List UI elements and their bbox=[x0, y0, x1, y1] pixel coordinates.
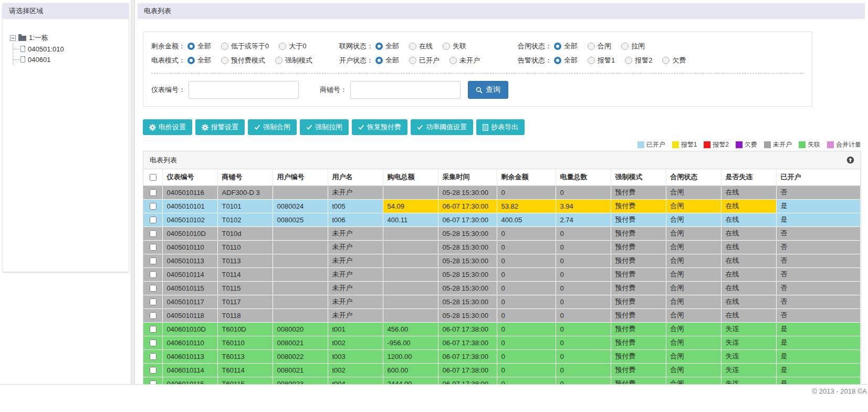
minus-box-icon[interactable] bbox=[10, 35, 16, 41]
radio-label: 拉闸 bbox=[631, 42, 645, 51]
radio-icon[interactable] bbox=[554, 57, 561, 64]
radio-icon[interactable] bbox=[279, 43, 286, 50]
table-cell: 未开户 bbox=[328, 308, 383, 322]
collapse-up-icon[interactable] bbox=[846, 156, 854, 164]
row-checkbox[interactable] bbox=[150, 217, 156, 223]
radio-option-在线[interactable]: 在线 bbox=[409, 42, 433, 51]
table-cell bbox=[383, 254, 438, 267]
radio-icon[interactable] bbox=[375, 43, 383, 50]
table-cell: 预付费 bbox=[611, 226, 666, 240]
table-cell: 是 bbox=[776, 199, 861, 213]
action-button-抄表导出[interactable]: 抄表导出 bbox=[476, 119, 525, 135]
table-cell: 失连 bbox=[721, 363, 776, 377]
table-panel-header: 电表列表 bbox=[143, 151, 861, 169]
action-button-label: 抄表导出 bbox=[491, 122, 518, 132]
meter-table-panel: 电表列表 仪表编号商铺号用户编号用户名购电总额采集时间剩余金额电量总数强 bbox=[143, 151, 861, 386]
legend-item-报警2: 报警2 bbox=[704, 140, 729, 149]
search-button[interactable]: 查询 bbox=[468, 81, 508, 99]
radio-option-全部[interactable]: 全部 bbox=[554, 42, 578, 51]
row-checkbox[interactable] bbox=[150, 367, 156, 374]
radio-icon[interactable] bbox=[588, 57, 595, 64]
table-cell: T0102 bbox=[217, 213, 273, 226]
row-checkbox[interactable] bbox=[150, 189, 156, 196]
action-button-强制拉闸[interactable]: 强制拉闸 bbox=[300, 119, 349, 135]
filter-group: 开户状态：全部已开户未开户 bbox=[339, 56, 518, 65]
radio-option-未开户[interactable]: 未开户 bbox=[449, 56, 480, 65]
row-checkbox[interactable] bbox=[150, 244, 156, 251]
radio-icon[interactable] bbox=[625, 57, 632, 64]
radio-icon[interactable] bbox=[409, 57, 416, 64]
row-checkbox[interactable] bbox=[150, 271, 156, 278]
radio-option-全部[interactable]: 全部 bbox=[187, 42, 211, 51]
meter-no-input[interactable] bbox=[189, 81, 299, 99]
radio-option-报警2[interactable]: 报警2 bbox=[625, 56, 652, 65]
radio-option-全部[interactable]: 全部 bbox=[375, 42, 399, 51]
radio-icon[interactable] bbox=[221, 57, 228, 64]
radio-icon[interactable] bbox=[409, 43, 416, 50]
table-cell: 0 bbox=[497, 226, 556, 240]
table-cell: T60113 bbox=[217, 349, 273, 363]
action-button-电价设置[interactable]: 电价设置 bbox=[143, 119, 192, 135]
tree-node-root[interactable]: 1:一栋 bbox=[10, 33, 124, 43]
filter-row: 电表模式：全部预付费模式强制模式开户状态：全部已开户未开户告警状态：全部报警1报… bbox=[151, 53, 804, 67]
table-cell: 0 bbox=[497, 336, 556, 349]
row-checkbox[interactable] bbox=[150, 353, 156, 360]
radio-option-欠费[interactable]: 欠费 bbox=[662, 56, 686, 65]
radio-option-大于0[interactable]: 大于0 bbox=[279, 42, 306, 51]
radio-icon[interactable] bbox=[187, 43, 195, 50]
radio-option-报警1[interactable]: 报警1 bbox=[588, 56, 615, 65]
radio-label: 全部 bbox=[564, 56, 578, 65]
filter-radio-rows: 剩余金额：全部低于或等于0大于0联网状态：全部在线失联合闸状态：全部合闸拉闸电表… bbox=[151, 39, 804, 67]
radio-icon[interactable] bbox=[621, 43, 629, 50]
radio-icon[interactable] bbox=[443, 43, 450, 50]
row-checkbox[interactable] bbox=[150, 298, 156, 305]
gear-icon bbox=[202, 124, 208, 131]
legend-swatch bbox=[672, 141, 679, 148]
row-checkbox[interactable] bbox=[150, 258, 156, 264]
row-checkbox[interactable] bbox=[150, 285, 156, 292]
action-button-报警设置[interactable]: 报警设置 bbox=[195, 119, 245, 135]
radio-icon[interactable] bbox=[221, 43, 228, 50]
radio-icon[interactable] bbox=[588, 43, 595, 50]
row-checkbox[interactable] bbox=[150, 203, 156, 210]
radio-option-失联[interactable]: 失联 bbox=[443, 42, 466, 51]
radio-icon[interactable] bbox=[554, 43, 561, 50]
table-cell: t002 bbox=[328, 336, 383, 349]
radio-option-预付费模式[interactable]: 预付费模式 bbox=[221, 56, 265, 65]
radio-option-拉闸[interactable]: 拉闸 bbox=[621, 42, 645, 51]
filter-group: 合闸状态：全部合闸拉闸 bbox=[518, 42, 804, 51]
action-button-功率阈值设置[interactable]: 功率阈值设置 bbox=[411, 119, 473, 135]
tree-node-040501:010[interactable]: 040501:010 bbox=[13, 44, 124, 54]
tree-root-label[interactable]: 1:一栋 bbox=[29, 33, 48, 43]
table-cell: 预付费 bbox=[611, 349, 666, 363]
filter-group-label: 合闸状态： bbox=[518, 42, 552, 51]
table-cell: 否 bbox=[776, 308, 861, 322]
row-checkbox[interactable] bbox=[150, 339, 156, 346]
tree-node-040601[interactable]: 040601 bbox=[13, 54, 124, 65]
row-checkbox[interactable] bbox=[150, 230, 156, 237]
radio-option-全部[interactable]: 全部 bbox=[187, 56, 211, 65]
radio-icon[interactable] bbox=[449, 57, 457, 64]
table-cell: ADF300-D 3 bbox=[217, 186, 273, 199]
radio-label: 全部 bbox=[197, 42, 211, 51]
row-checkbox[interactable] bbox=[150, 326, 156, 333]
table-cell: 在线 bbox=[721, 186, 776, 199]
meter-table: 仪表编号商铺号用户编号用户名购电总额采集时间剩余金额电量总数强制模式合闸状态是否… bbox=[143, 169, 861, 386]
radio-option-强制模式[interactable]: 强制模式 bbox=[275, 56, 312, 65]
table-cell: 0 bbox=[556, 267, 611, 281]
shop-no-input[interactable] bbox=[350, 81, 461, 99]
select-all-checkbox[interactable] bbox=[150, 174, 156, 181]
radio-icon[interactable] bbox=[662, 57, 670, 64]
radio-option-全部[interactable]: 全部 bbox=[375, 56, 399, 65]
table-cell: 0406010114 bbox=[162, 363, 217, 377]
action-button-强制合闸[interactable]: 强制合闸 bbox=[248, 119, 297, 135]
radio-icon[interactable] bbox=[275, 57, 283, 64]
radio-option-低于或等于0[interactable]: 低于或等于0 bbox=[221, 42, 269, 51]
radio-option-合闸[interactable]: 合闸 bbox=[588, 42, 611, 51]
radio-option-已开户[interactable]: 已开户 bbox=[409, 56, 440, 65]
radio-icon[interactable] bbox=[187, 57, 195, 64]
action-button-恢复预付费[interactable]: 恢复预付费 bbox=[352, 119, 407, 135]
radio-icon[interactable] bbox=[375, 57, 383, 64]
row-checkbox[interactable] bbox=[150, 312, 156, 319]
radio-option-全部[interactable]: 全部 bbox=[554, 56, 578, 65]
